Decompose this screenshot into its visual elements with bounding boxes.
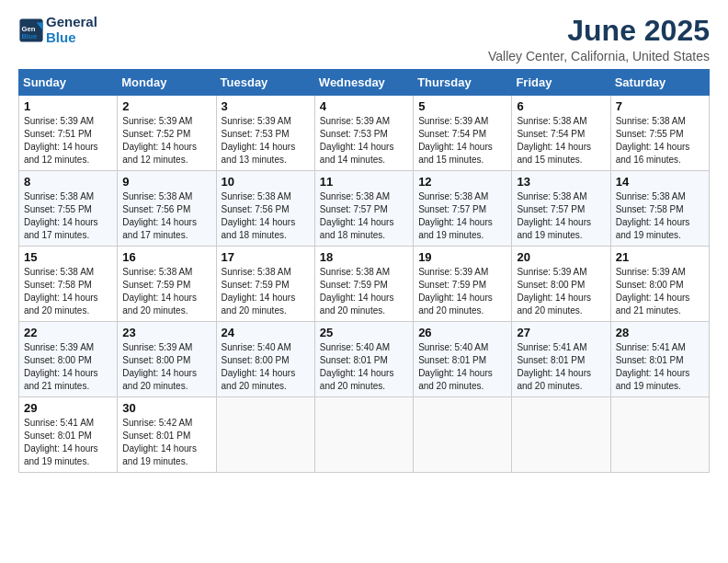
calendar-cell: 12 Sunrise: 5:38 AMSunset: 7:57 PMDaylig… [414,171,512,247]
logo: Gen Blue General Blue [18,15,97,45]
cell-content: Sunrise: 5:38 AMSunset: 7:57 PMDaylight:… [418,191,493,240]
day-number: 1 [24,99,112,113]
calendar-cell [512,397,610,473]
calendar-cell: 26 Sunrise: 5:40 AMSunset: 8:01 PMDaylig… [414,322,512,397]
cell-content: Sunrise: 5:39 AMSunset: 7:54 PMDaylight:… [418,116,493,165]
calendar-cell: 25 Sunrise: 5:40 AMSunset: 8:01 PMDaylig… [314,322,413,397]
logo-icon: Gen Blue [18,17,44,43]
cell-content: Sunrise: 5:39 AMSunset: 7:52 PMDaylight:… [122,116,197,165]
day-number: 26 [418,326,506,339]
location-subtitle: Valley Center, California, United States [488,49,710,63]
cell-content: Sunrise: 5:39 AMSunset: 8:00 PMDaylight:… [24,342,98,391]
header-saturday: Saturday [610,70,709,96]
day-number: 18 [320,250,408,264]
cell-content: Sunrise: 5:39 AMSunset: 8:00 PMDaylight:… [122,342,197,391]
header-friday: Friday [512,70,610,96]
day-number: 2 [122,99,210,113]
calendar-cell: 13 Sunrise: 5:38 AMSunset: 7:57 PMDaylig… [512,171,610,247]
cell-content: Sunrise: 5:38 AMSunset: 7:58 PMDaylight:… [24,267,98,316]
cell-content: Sunrise: 5:42 AMSunset: 8:01 PMDaylight:… [122,418,197,466]
calendar-cell: 24 Sunrise: 5:40 AMSunset: 8:00 PMDaylig… [216,322,314,397]
cell-content: Sunrise: 5:38 AMSunset: 7:59 PMDaylight:… [320,267,394,316]
calendar-cell: 3 Sunrise: 5:39 AMSunset: 7:53 PMDayligh… [216,96,314,171]
calendar-cell: 8 Sunrise: 5:38 AMSunset: 7:55 PMDayligh… [19,171,118,247]
day-number: 23 [122,326,210,339]
calendar-table: SundayMondayTuesdayWednesdayThursdayFrid… [18,69,710,473]
calendar-cell: 16 Sunrise: 5:38 AMSunset: 7:59 PMDaylig… [118,247,216,322]
cell-content: Sunrise: 5:39 AMSunset: 7:51 PMDaylight:… [24,116,98,165]
day-number: 16 [122,250,210,264]
header-thursday: Thursday [414,70,512,96]
calendar-cell: 11 Sunrise: 5:38 AMSunset: 7:57 PMDaylig… [314,171,413,247]
day-number: 13 [517,175,605,189]
cell-content: Sunrise: 5:40 AMSunset: 8:00 PMDaylight:… [222,342,296,391]
calendar-cell: 22 Sunrise: 5:39 AMSunset: 8:00 PMDaylig… [19,322,118,397]
day-number: 15 [24,250,112,264]
cell-content: Sunrise: 5:39 AMSunset: 7:53 PMDaylight:… [320,116,394,165]
day-number: 12 [418,175,506,189]
calendar-cell: 2 Sunrise: 5:39 AMSunset: 7:52 PMDayligh… [118,96,216,171]
calendar-cell: 4 Sunrise: 5:39 AMSunset: 7:53 PMDayligh… [314,96,413,171]
calendar-cell: 17 Sunrise: 5:38 AMSunset: 7:59 PMDaylig… [216,247,314,322]
calendar-cell: 9 Sunrise: 5:38 AMSunset: 7:56 PMDayligh… [118,171,216,247]
calendar-cell: 29 Sunrise: 5:41 AMSunset: 8:01 PMDaylig… [19,397,118,473]
cell-content: Sunrise: 5:39 AMSunset: 7:53 PMDaylight:… [222,116,296,165]
day-number: 27 [517,326,605,339]
day-number: 25 [320,326,408,339]
day-number: 19 [418,250,506,264]
header-monday: Monday [118,70,216,96]
calendar-cell: 18 Sunrise: 5:38 AMSunset: 7:59 PMDaylig… [314,247,413,322]
day-number: 17 [222,250,310,264]
calendar-cell: 27 Sunrise: 5:41 AMSunset: 8:01 PMDaylig… [512,322,610,397]
logo-text: General Blue [46,15,97,45]
week-row-5: 29 Sunrise: 5:41 AMSunset: 8:01 PMDaylig… [19,397,710,473]
day-number: 6 [517,99,605,113]
cell-content: Sunrise: 5:38 AMSunset: 7:57 PMDaylight:… [517,191,591,240]
calendar-cell [414,397,512,473]
week-row-4: 22 Sunrise: 5:39 AMSunset: 8:00 PMDaylig… [19,322,710,397]
calendar-cell: 30 Sunrise: 5:42 AMSunset: 8:01 PMDaylig… [118,397,216,473]
day-number: 14 [616,175,704,189]
cell-content: Sunrise: 5:38 AMSunset: 7:59 PMDaylight:… [122,267,197,316]
day-number: 22 [24,326,112,339]
calendar-cell: 6 Sunrise: 5:38 AMSunset: 7:54 PMDayligh… [512,96,610,171]
cell-content: Sunrise: 5:38 AMSunset: 7:55 PMDaylight:… [24,191,98,240]
cell-content: Sunrise: 5:39 AMSunset: 7:59 PMDaylight:… [418,267,493,316]
cell-content: Sunrise: 5:38 AMSunset: 7:54 PMDaylight:… [517,116,591,165]
calendar-cell: 5 Sunrise: 5:39 AMSunset: 7:54 PMDayligh… [414,96,512,171]
calendar-title: June 2025 [488,15,710,47]
calendar-cell: 14 Sunrise: 5:38 AMSunset: 7:58 PMDaylig… [610,171,709,247]
cell-content: Sunrise: 5:40 AMSunset: 8:01 PMDaylight:… [320,342,394,391]
day-number: 7 [616,99,704,113]
day-number: 28 [616,326,704,339]
cell-content: Sunrise: 5:38 AMSunset: 7:58 PMDaylight:… [616,191,690,240]
cell-content: Sunrise: 5:41 AMSunset: 8:01 PMDaylight:… [517,342,591,391]
calendar-cell [314,397,413,473]
day-number: 30 [122,401,210,415]
day-number: 10 [222,175,310,189]
header-sunday: Sunday [19,70,118,96]
cell-content: Sunrise: 5:40 AMSunset: 8:01 PMDaylight:… [418,342,493,391]
cell-content: Sunrise: 5:38 AMSunset: 7:59 PMDaylight:… [222,267,296,316]
cell-content: Sunrise: 5:39 AMSunset: 8:00 PMDaylight:… [517,267,591,316]
day-number: 20 [517,250,605,264]
calendar-header-row: SundayMondayTuesdayWednesdayThursdayFrid… [19,70,710,96]
week-row-3: 15 Sunrise: 5:38 AMSunset: 7:58 PMDaylig… [19,247,710,322]
week-row-1: 1 Sunrise: 5:39 AMSunset: 7:51 PMDayligh… [19,96,710,171]
day-number: 5 [418,99,506,113]
day-number: 29 [24,401,112,415]
cell-content: Sunrise: 5:41 AMSunset: 8:01 PMDaylight:… [24,418,98,466]
calendar-cell [610,397,709,473]
svg-text:Blue: Blue [22,32,38,40]
calendar-cell: 10 Sunrise: 5:38 AMSunset: 7:56 PMDaylig… [216,171,314,247]
header-tuesday: Tuesday [216,70,314,96]
calendar-cell: 20 Sunrise: 5:39 AMSunset: 8:00 PMDaylig… [512,247,610,322]
calendar-cell: 15 Sunrise: 5:38 AMSunset: 7:58 PMDaylig… [19,247,118,322]
day-number: 8 [24,175,112,189]
day-number: 21 [616,250,704,264]
header-wednesday: Wednesday [314,70,413,96]
calendar-cell: 28 Sunrise: 5:41 AMSunset: 8:01 PMDaylig… [610,322,709,397]
calendar-cell: 7 Sunrise: 5:38 AMSunset: 7:55 PMDayligh… [610,96,709,171]
calendar-cell: 19 Sunrise: 5:39 AMSunset: 7:59 PMDaylig… [414,247,512,322]
cell-content: Sunrise: 5:38 AMSunset: 7:56 PMDaylight:… [222,191,296,240]
